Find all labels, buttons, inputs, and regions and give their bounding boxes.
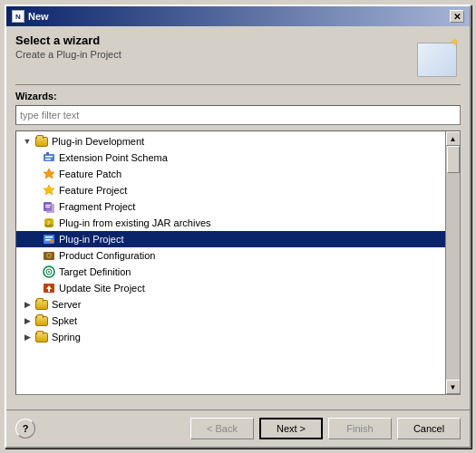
window-icon: N: [12, 10, 24, 23]
item-label: Feature Project: [59, 185, 127, 196]
plugin-project-icon: [42, 232, 56, 246]
svg-rect-16: [45, 239, 51, 241]
svg-rect-0: [44, 154, 54, 161]
item-label: Spring: [52, 332, 81, 342]
wizard-subtitle: Create a Plug-in Project: [15, 49, 121, 60]
window-title: New: [28, 11, 49, 22]
tree-item-extension-point-schema[interactable]: Extension Point Schema: [16, 149, 445, 166]
scrollbar-thumb[interactable]: [447, 146, 460, 173]
item-label: Spket: [52, 315, 77, 326]
svg-point-23: [48, 271, 50, 273]
svg-point-17: [50, 239, 53, 243]
header-divider: [15, 84, 461, 85]
feature-icon: [42, 167, 56, 181]
wizards-label: Wizards:: [15, 91, 461, 101]
svg-rect-1: [46, 152, 49, 155]
item-label: Plug-in Development: [52, 136, 144, 147]
tree-item-plugin-from-jar[interactable]: J Plug-in from existing JAR archives: [16, 215, 445, 231]
svg-rect-15: [45, 236, 53, 238]
tree-item-update-site-project[interactable]: Update Site Project: [16, 280, 445, 296]
target-icon: [42, 265, 56, 279]
tree-item-product-configuration[interactable]: Product Configuration: [16, 247, 445, 264]
product-icon: [42, 248, 56, 263]
item-label: Fragment Project: [59, 201, 135, 212]
back-button[interactable]: < Back: [190, 418, 254, 439]
finish-button[interactable]: Finish: [328, 418, 392, 439]
tree-container: ▼ Plug-in Development: [15, 130, 461, 395]
tree-item-plugin-development[interactable]: ▼ Plug-in Development: [16, 133, 445, 149]
svg-rect-9: [45, 207, 50, 207]
button-row: ? < Back Next > Finish Cancel: [15, 410, 461, 439]
item-label: Plug-in Project: [59, 234, 124, 245]
title-bar: N New ✕: [6, 6, 470, 26]
tree-item-server[interactable]: ▶ Server: [16, 296, 445, 313]
jar-icon: J: [42, 216, 56, 230]
bottom-section: ? < Back Next > Finish Cancel: [15, 402, 461, 439]
update-icon: [42, 281, 56, 295]
wizard-icon: ✦: [417, 34, 461, 77]
svg-rect-3: [45, 159, 51, 160]
tree-item-spring[interactable]: ▶ Spring: [16, 329, 445, 345]
svg-marker-4: [44, 169, 54, 178]
content-area: Select a wizard Create a Plug-in Project…: [6, 26, 470, 447]
scrollbar-track[interactable]: [446, 146, 460, 380]
tree-scrollbar[interactable]: ▲ ▼: [445, 131, 460, 394]
tree-item-target-definition[interactable]: Target Definition: [16, 264, 445, 280]
tree-item-fragment-project[interactable]: Fragment Project: [16, 198, 445, 215]
next-button[interactable]: Next >: [259, 418, 323, 439]
expand-icon: ▶: [20, 330, 34, 344]
svg-rect-2: [45, 156, 53, 158]
extension-icon: [42, 150, 56, 165]
close-button[interactable]: ✕: [450, 10, 464, 23]
tree-content: ▼ Plug-in Development: [16, 131, 445, 394]
filter-input[interactable]: [15, 105, 461, 125]
folder-icon: [34, 313, 49, 328]
item-label: Feature Patch: [59, 169, 121, 179]
item-label: Extension Point Schema: [59, 152, 168, 163]
scroll-down-button[interactable]: ▼: [446, 380, 461, 394]
item-label: Server: [52, 299, 81, 310]
tree-item-spket[interactable]: ▶ Spket: [16, 313, 445, 329]
action-buttons: < Back Next > Finish Cancel: [190, 418, 461, 439]
folder-icon: [34, 330, 49, 344]
cancel-button[interactable]: Cancel: [397, 418, 461, 439]
folder-icon: [34, 297, 49, 312]
svg-rect-8: [45, 205, 51, 206]
new-wizard-window: N New ✕ Select a wizard Create a Plug-in…: [5, 5, 471, 448]
expand-icon: ▶: [20, 297, 34, 312]
fragment-icon: [42, 199, 56, 214]
help-button[interactable]: ?: [15, 419, 35, 439]
item-label: Target Definition: [59, 266, 131, 277]
feature-project-icon: [42, 183, 56, 198]
tree-item-feature-patch[interactable]: Feature Patch: [16, 166, 445, 182]
expand-icon: ▶: [20, 313, 34, 328]
svg-marker-5: [44, 185, 54, 195]
tree-item-feature-project[interactable]: Feature Project: [16, 182, 445, 198]
tree-item-plugin-project[interactable]: Plug-in Project: [16, 231, 445, 247]
svg-text:J: J: [47, 220, 50, 226]
svg-point-20: [48, 255, 51, 257]
header-section: Select a wizard Create a Plug-in Project…: [15, 34, 461, 77]
scroll-up-button[interactable]: ▲: [446, 131, 461, 146]
wizard-title: Select a wizard: [15, 34, 121, 47]
wizard-star-icon: ✦: [449, 34, 461, 51]
item-label: Product Configuration: [59, 250, 155, 261]
folder-icon: [34, 134, 49, 149]
item-label: Plug-in from existing JAR archives: [59, 217, 211, 228]
item-label: Update Site Project: [59, 283, 145, 294]
expand-icon: ▼: [20, 134, 34, 149]
